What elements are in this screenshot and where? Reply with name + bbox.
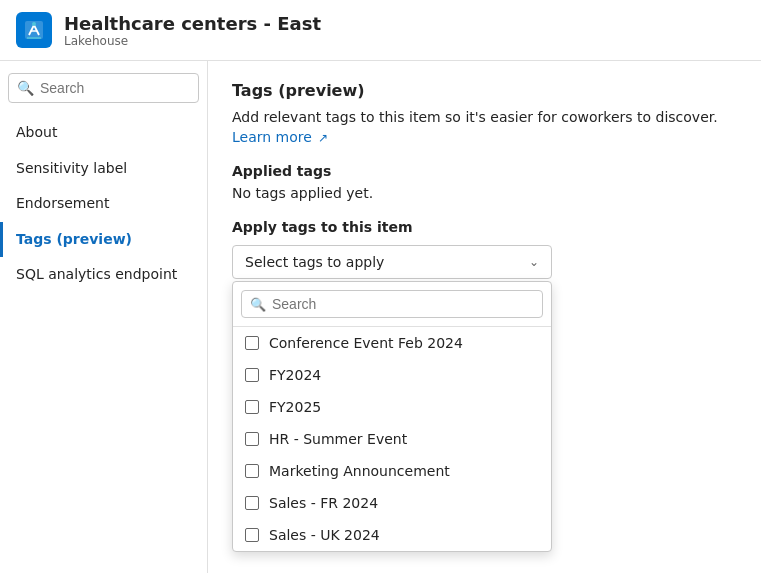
sidebar-search-box[interactable]: 🔍: [8, 73, 199, 103]
svg-point-1: [32, 22, 36, 26]
app-icon: [16, 12, 52, 48]
section-description: Add relevant tags to this item so it's e…: [232, 108, 737, 147]
tags-dropdown-panel: 🔍 Conference Event Feb 2024FY2024FY2025H…: [232, 281, 552, 552]
dropdown-item-conference-event[interactable]: Conference Event Feb 2024: [233, 327, 551, 359]
sidebar-item-sensitivity-label[interactable]: Sensitivity label: [0, 151, 207, 187]
dropdown-search-box[interactable]: 🔍: [241, 290, 543, 318]
checkbox-sales-uk[interactable]: [245, 528, 259, 542]
sidebar: 🔍 AboutSensitivity labelEndorsementTags …: [0, 61, 208, 573]
chevron-down-icon: ⌄: [529, 255, 539, 269]
page-title: Healthcare centers - East: [64, 13, 321, 34]
checkbox-hr-summer[interactable]: [245, 432, 259, 446]
sidebar-item-about[interactable]: About: [0, 115, 207, 151]
sidebar-item-endorsement[interactable]: Endorsement: [0, 186, 207, 222]
apply-tags-label: Apply tags to this item: [232, 219, 737, 235]
dropdown-search-area: 🔍: [233, 282, 551, 327]
tag-label-conference-event: Conference Event Feb 2024: [269, 335, 463, 351]
dropdown-item-marketing[interactable]: Marketing Announcement: [233, 455, 551, 487]
section-title: Tags (preview): [232, 81, 737, 100]
sidebar-search-input[interactable]: [40, 80, 190, 96]
checkbox-marketing[interactable]: [245, 464, 259, 478]
tag-label-marketing: Marketing Announcement: [269, 463, 450, 479]
checkbox-fy2024[interactable]: [245, 368, 259, 382]
sidebar-search-icon: 🔍: [17, 80, 34, 96]
dropdown-item-sales-uk[interactable]: Sales - UK 2024: [233, 519, 551, 551]
dropdown-items-list: Conference Event Feb 2024FY2024FY2025HR …: [233, 327, 551, 551]
sidebar-nav: AboutSensitivity labelEndorsementTags (p…: [0, 115, 207, 293]
tags-dropdown-trigger[interactable]: Select tags to apply ⌄: [232, 245, 552, 279]
tags-dropdown-container: Select tags to apply ⌄ 🔍 Conference Even…: [232, 245, 552, 279]
sidebar-item-tags-preview[interactable]: Tags (preview): [0, 222, 207, 258]
tag-label-sales-fr: Sales - FR 2024: [269, 495, 378, 511]
checkbox-conference-event[interactable]: [245, 336, 259, 350]
sidebar-item-sql-analytics-endpoint[interactable]: SQL analytics endpoint: [0, 257, 207, 293]
external-link-icon: ↗: [318, 130, 328, 147]
dropdown-search-input[interactable]: [272, 296, 534, 312]
tag-label-hr-summer: HR - Summer Event: [269, 431, 407, 447]
main-content: Tags (preview) Add relevant tags to this…: [208, 61, 761, 573]
checkbox-fy2025[interactable]: [245, 400, 259, 414]
applied-tags-label: Applied tags: [232, 163, 737, 179]
app-header: Healthcare centers - East Lakehouse: [0, 0, 761, 61]
checkbox-sales-fr[interactable]: [245, 496, 259, 510]
learn-more-link[interactable]: Learn more: [232, 129, 312, 145]
dropdown-item-fy2024[interactable]: FY2024: [233, 359, 551, 391]
page-subtitle: Lakehouse: [64, 34, 321, 48]
dropdown-item-fy2025[interactable]: FY2025: [233, 391, 551, 423]
tag-label-fy2024: FY2024: [269, 367, 321, 383]
tag-label-fy2025: FY2025: [269, 399, 321, 415]
no-tags-text: No tags applied yet.: [232, 185, 737, 201]
tag-label-sales-uk: Sales - UK 2024: [269, 527, 380, 543]
dropdown-item-hr-summer[interactable]: HR - Summer Event: [233, 423, 551, 455]
header-text: Healthcare centers - East Lakehouse: [64, 13, 321, 48]
dropdown-search-icon: 🔍: [250, 297, 266, 312]
dropdown-placeholder-text: Select tags to apply: [245, 254, 384, 270]
dropdown-item-sales-fr[interactable]: Sales - FR 2024: [233, 487, 551, 519]
